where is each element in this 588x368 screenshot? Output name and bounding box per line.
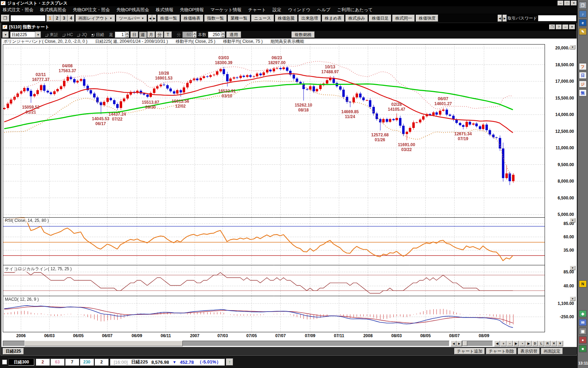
symbol-combo[interactable]: 日経225 ▼: [10, 32, 41, 38]
panel-collapse-icon[interactable]: ▼: [570, 297, 575, 301]
nav-button[interactable]: ▶: [526, 341, 532, 346]
shortcut-button[interactable]: 株価強度: [416, 15, 438, 22]
scroll-left-icon[interactable]: ◀: [498, 15, 502, 22]
nav-button[interactable]: ▶: [513, 341, 519, 346]
desktop-icon[interactable]: ✎: [579, 28, 587, 35]
tab-nikkei225[interactable]: 日経225: [3, 348, 24, 355]
status-cell[interactable]: 2: [94, 359, 108, 366]
menu-item[interactable]: マーケット情報: [210, 7, 241, 13]
desktop-icon[interactable]: 日: [579, 72, 587, 79]
price-chart-canvas[interactable]: [3, 44, 545, 332]
nav-button[interactable]: －: [507, 341, 513, 346]
radio-JQ[interactable]: JQ: [76, 32, 87, 37]
close-icon[interactable]: ✕: [571, 1, 577, 6]
nav-button[interactable]: ◀: [494, 341, 500, 346]
menu-item[interactable]: 株式注文・照会: [3, 7, 34, 13]
panel-collapse-icon[interactable]: ▼: [570, 45, 575, 49]
shortcut-button[interactable]: 株価日足: [369, 15, 391, 22]
workspace-button-2[interactable]: 2: [54, 15, 61, 22]
desktop-icon[interactable]: 無: [579, 89, 587, 96]
quote-up-button[interactable]: ↑: [226, 359, 233, 366]
shortcut-button[interactable]: 出来急増: [299, 15, 321, 22]
menu-item[interactable]: ヘルプ: [317, 7, 330, 13]
delete-chart-button[interactable]: チャート削除: [486, 348, 517, 354]
scroll-left-icon[interactable]: ◀: [148, 15, 152, 22]
status-index-name[interactable]: 日経300: [8, 359, 34, 366]
menu-item[interactable]: チャート: [248, 7, 266, 13]
status-cell[interactable]: 2: [36, 359, 50, 366]
desktop-icon[interactable]: ■: [579, 345, 587, 352]
desktop-icon[interactable]: フ: [579, 63, 587, 70]
menu-item[interactable]: 株式情報: [156, 7, 173, 13]
menu-item[interactable]: 設定: [273, 7, 281, 13]
zoom-handle[interactable]: [463, 341, 467, 346]
period-button-分[interactable]: 分: [156, 32, 163, 38]
chart-window-title-bar[interactable]: ✔ [5110] 指数チャート ❐?─✕: [1, 23, 576, 31]
toolbar-input[interactable]: [10, 15, 46, 21]
nav-button[interactable]: L: [538, 341, 544, 346]
minimize-icon[interactable]: ─: [558, 1, 564, 6]
shortcut-button[interactable]: 株価一覧: [158, 15, 180, 22]
screen-settings-button[interactable]: 画面設定: [541, 348, 563, 354]
shortcut-button[interactable]: 株式歩み: [345, 15, 368, 22]
toolb-button[interactable]: ツールバー ▼: [116, 15, 147, 22]
symbol-history-dropdown[interactable]: ▼: [2, 32, 9, 38]
shortcut-button[interactable]: 業種一覧: [228, 15, 250, 22]
menu-item[interactable]: ご利用にあたって: [337, 7, 373, 13]
nav-button[interactable]: D: [532, 341, 538, 346]
shortcut-button[interactable]: 指数一覧: [204, 15, 227, 22]
period-button-日[interactable]: 日: [131, 32, 138, 38]
password-input[interactable]: [538, 15, 576, 21]
chevron-down-icon[interactable]: ▼: [35, 32, 41, 38]
workspace-button-1[interactable]: 1: [47, 15, 54, 22]
period-button-週[interactable]: 週: [139, 32, 147, 38]
shortcut-button[interactable]: ニュース: [251, 15, 274, 22]
period-button-月[interactable]: 月: [147, 32, 155, 38]
desktop-icon[interactable]: N: [579, 280, 587, 287]
nav-button[interactable]: R: [545, 341, 551, 346]
nav-button[interactable]: ✕: [551, 341, 557, 346]
spinner-arrows-icon[interactable]: ▲▼: [221, 32, 225, 38]
nav-button[interactable]: ▪: [519, 341, 525, 346]
scroll-right-icon[interactable]: ▶: [503, 15, 507, 22]
apply-button[interactable]: 適用: [226, 32, 241, 38]
desktop-icon[interactable]: e: [579, 19, 587, 26]
desktop-icon[interactable]: ♪: [579, 11, 587, 18]
help-icon[interactable]: ?: [556, 25, 562, 29]
maximize-icon[interactable]: □: [564, 1, 570, 6]
workspace-button-4[interactable]: 4: [68, 15, 75, 22]
period-button-T[interactable]: T: [164, 32, 172, 38]
menu-item[interactable]: 株式残高照会: [40, 7, 66, 13]
menu-item[interactable]: 先物OP情報: [180, 7, 204, 13]
radio-東証[interactable]: 東証: [44, 32, 58, 38]
toggle-view-button[interactable]: 表示切替: [518, 348, 540, 354]
panel-collapse-icon[interactable]: ▼: [570, 266, 575, 270]
radio-icon[interactable]: [62, 33, 65, 37]
desktop-icon[interactable]: ❐: [579, 2, 587, 9]
restore-icon[interactable]: ❐: [549, 25, 555, 29]
status-cell[interactable]: 7: [65, 359, 79, 366]
desktop-icon[interactable]: ▣: [579, 328, 587, 335]
menu-item[interactable]: 先物OP残高照会: [117, 7, 149, 13]
radio-日経[interactable]: 日経: [91, 32, 104, 38]
nav-button[interactable]: ▼: [557, 341, 563, 346]
shortcut-button[interactable]: 株まめ表: [322, 15, 345, 22]
multi-symbol-button[interactable]: 複数銘柄: [292, 32, 315, 38]
scroll-right-icon[interactable]: ▶: [152, 15, 156, 22]
radio-icon[interactable]: [91, 33, 94, 37]
count-spinner[interactable]: 250▲▼: [208, 32, 225, 38]
radio-icon[interactable]: [76, 33, 80, 37]
shortcut-button[interactable]: 株価格表: [181, 15, 203, 22]
scroll-left-icon[interactable]: ◀: [451, 341, 456, 346]
h-scrollbar-thumb[interactable]: [24, 341, 183, 346]
menu-item[interactable]: 先物OP注文・照会: [73, 7, 110, 13]
workspace-button-3[interactable]: 3: [61, 15, 68, 22]
desktop-icon[interactable]: ●: [579, 336, 587, 343]
radio-HC[interactable]: HC: [62, 32, 73, 37]
status-cell[interactable]: 230: [80, 359, 94, 366]
shortcut-button[interactable]: 株価急騰: [275, 15, 298, 22]
spinner-arrows-icon[interactable]: ▲▼: [125, 32, 129, 38]
minimize-icon[interactable]: ─: [562, 25, 568, 29]
close-icon[interactable]: ✕: [569, 25, 575, 29]
desktop-icon[interactable]: ◆: [579, 310, 587, 317]
